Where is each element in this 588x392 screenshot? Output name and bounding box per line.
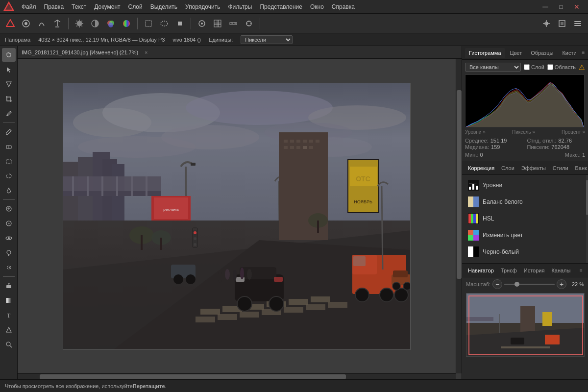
pixel-persona-btn[interactable] bbox=[19, 16, 33, 31]
app-logo[interactable] bbox=[2, 0, 16, 14]
curves-link[interactable]: Пиксель » bbox=[512, 129, 535, 135]
toolbar bbox=[0, 14, 588, 33]
menu-document[interactable]: Документ bbox=[90, 1, 124, 12]
flood-select-tool[interactable] bbox=[2, 184, 16, 197]
menu-filters[interactable]: Фильтры bbox=[224, 1, 256, 12]
svg-rect-181 bbox=[542, 312, 552, 326]
grid-btn[interactable] bbox=[210, 16, 225, 31]
window-close[interactable]: ✕ bbox=[569, 0, 584, 14]
tab-transform[interactable]: Трнсф bbox=[498, 266, 520, 275]
panel-expand-btn[interactable]: ≡ bbox=[582, 49, 585, 57]
transform-btn[interactable] bbox=[555, 16, 569, 31]
selection-brush-tool[interactable] bbox=[2, 154, 16, 168]
hscroll-thumb[interactable] bbox=[40, 374, 346, 379]
pointer-tool[interactable] bbox=[2, 63, 16, 76]
tab-color[interactable]: Цвет bbox=[506, 48, 526, 58]
layer-checkbox[interactable] bbox=[524, 64, 530, 70]
scale-plus-btn[interactable]: + bbox=[557, 279, 566, 289]
tab-history[interactable]: История bbox=[521, 266, 548, 275]
studio-btn[interactable] bbox=[570, 16, 585, 31]
channel-select[interactable]: Все каналы Красный Зелёный Синий bbox=[465, 63, 521, 72]
dodge-tool[interactable] bbox=[2, 246, 16, 260]
healing-tool[interactable] bbox=[2, 217, 16, 230]
zoom-tool[interactable] bbox=[2, 338, 16, 351]
svg-point-12 bbox=[161, 21, 168, 26]
eraser-tool[interactable] bbox=[2, 140, 16, 153]
canvas-viewport[interactable]: ОТС НОЯБРЬ реклама bbox=[18, 59, 456, 373]
navigator-preview[interactable] bbox=[466, 293, 585, 357]
region-checkbox[interactable] bbox=[547, 64, 553, 70]
color-btn[interactable] bbox=[103, 16, 118, 31]
photo-persona-btn[interactable] bbox=[3, 16, 18, 31]
export-persona-btn[interactable] bbox=[50, 16, 65, 31]
tab-bank[interactable]: Банк bbox=[572, 163, 588, 173]
adj-white-balance[interactable]: Баланс белого bbox=[464, 194, 586, 210]
freehand-select-btn[interactable] bbox=[172, 16, 187, 31]
svg-rect-13 bbox=[178, 22, 182, 25]
adj-bw[interactable]: Черно-белый bbox=[464, 244, 586, 260]
ruler-btn[interactable] bbox=[226, 16, 241, 31]
rect-select-btn[interactable] bbox=[141, 16, 156, 31]
clone-tool[interactable] bbox=[2, 202, 16, 216]
snap-btn[interactable] bbox=[539, 16, 554, 31]
hsl-btn[interactable] bbox=[119, 16, 134, 31]
vscroll-thumb[interactable] bbox=[457, 90, 462, 279]
tab-effects[interactable]: Эффекты bbox=[518, 163, 549, 173]
red-eye-tool[interactable] bbox=[2, 231, 16, 245]
canvas-close-btn[interactable]: × bbox=[142, 49, 150, 56]
window-maximize[interactable]: □ bbox=[554, 0, 568, 14]
text-tool[interactable]: T bbox=[2, 308, 16, 322]
tab-swatches[interactable]: Образцы bbox=[527, 48, 557, 58]
tab-channels[interactable]: Каналы bbox=[548, 266, 573, 275]
navigator-expand-btn[interactable]: ≡ bbox=[577, 267, 585, 274]
menu-layer[interactable]: Слой bbox=[124, 1, 147, 12]
lasso-tool[interactable] bbox=[2, 169, 16, 183]
blur-tool[interactable] bbox=[2, 261, 16, 274]
sep1 bbox=[68, 18, 69, 29]
menu-window[interactable]: Окно bbox=[306, 1, 328, 12]
menu-file[interactable]: Файл bbox=[18, 1, 40, 12]
window-minimize[interactable]: ─ bbox=[538, 0, 553, 14]
menu-text[interactable]: Текст bbox=[68, 1, 90, 12]
tab-histogram[interactable]: Гистограмма bbox=[465, 48, 505, 58]
tab-styles[interactable]: Стили bbox=[550, 163, 571, 173]
scale-minus-btn[interactable]: − bbox=[492, 279, 502, 289]
levels-link[interactable]: Уровни » bbox=[465, 129, 486, 135]
adj-change-color[interactable]: Изменить цвет bbox=[464, 227, 586, 244]
liquify-persona-btn[interactable] bbox=[34, 16, 49, 31]
adj-levels[interactable]: Уровни bbox=[464, 177, 586, 194]
menu-help[interactable]: Справка bbox=[328, 1, 359, 12]
tab-brushes[interactable]: Кисти bbox=[558, 48, 580, 58]
contrast-btn[interactable] bbox=[88, 16, 102, 31]
tab-correction[interactable]: Коррекция bbox=[465, 163, 497, 173]
hand-tool[interactable] bbox=[2, 48, 16, 62]
median-label: Медиана: bbox=[465, 144, 489, 150]
tab-layers[interactable]: Слои bbox=[498, 163, 517, 173]
percent-link[interactable]: Процент » bbox=[562, 129, 585, 135]
menu-arrange[interactable]: Упорядочить bbox=[181, 1, 224, 12]
status-hint-end: . bbox=[165, 383, 167, 389]
adj-scroll-track bbox=[586, 175, 588, 263]
eyedropper-tool[interactable] bbox=[2, 107, 16, 121]
crop-tool[interactable] bbox=[2, 92, 16, 106]
scale-label: Масштаб: bbox=[466, 281, 490, 287]
adj-scroll-thumb[interactable] bbox=[586, 180, 588, 215]
view-mode-btn[interactable] bbox=[195, 16, 209, 31]
fill-tool[interactable] bbox=[2, 279, 16, 293]
units-select[interactable]: Пиксели Дюймы Сантиметры bbox=[241, 35, 293, 44]
tab-navigator[interactable]: Навигатор bbox=[465, 266, 497, 275]
shape-tool[interactable] bbox=[2, 323, 16, 337]
vertical-scrollbar[interactable] bbox=[456, 59, 462, 373]
ellipse-select-btn[interactable] bbox=[157, 16, 172, 31]
guides-btn[interactable] bbox=[242, 16, 256, 31]
node-tool[interactable] bbox=[2, 77, 16, 91]
horizontal-scrollbar[interactable] bbox=[18, 373, 456, 379]
adj-hsl[interactable]: HSL bbox=[464, 210, 586, 227]
gradient-tool[interactable] bbox=[2, 294, 16, 307]
brightness-btn[interactable] bbox=[72, 16, 87, 31]
menu-edit[interactable]: Правка bbox=[40, 1, 68, 12]
menu-view[interactable]: Представление bbox=[256, 1, 306, 12]
scale-slider[interactable] bbox=[504, 284, 555, 285]
menu-select[interactable]: Выделить bbox=[147, 1, 181, 12]
paint-brush-tool[interactable] bbox=[2, 125, 16, 139]
